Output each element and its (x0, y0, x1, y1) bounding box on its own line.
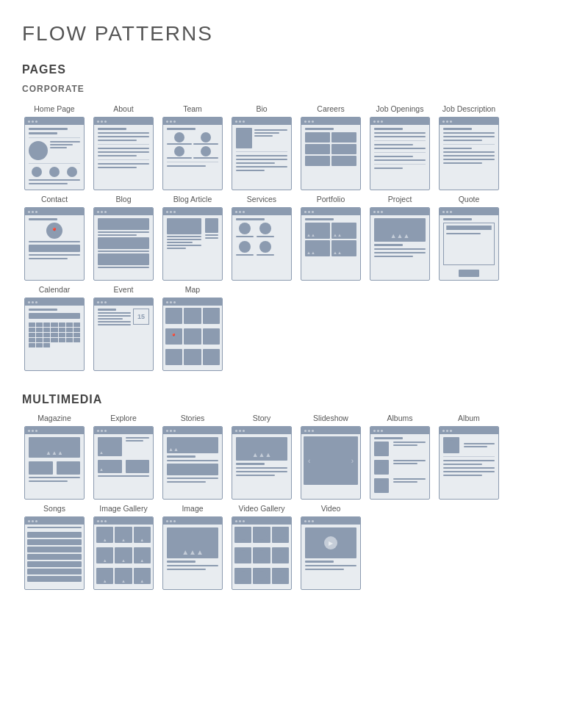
card-explore[interactable]: Explore ▲ ▲ (91, 414, 156, 500)
pages-section: PAGES CORPORATE Home Page (22, 63, 566, 371)
card-blog[interactable]: Blog (91, 195, 156, 281)
card-careers[interactable]: Careers (298, 104, 363, 190)
card-image-gallery[interactable]: Image Gallery ▲ ▲ ▲ ▲ ▲ ▲ ▲ ▲ ▲ (91, 504, 156, 590)
card-map[interactable]: Map 📍 (160, 285, 225, 371)
card-job-description[interactable]: Job Description (437, 104, 501, 190)
page-title: FLOW PATTERNS (22, 22, 566, 46)
corporate-grid: Home Page (22, 104, 566, 371)
card-story[interactable]: Story ▲▲▲ (229, 414, 294, 500)
card-blog-article[interactable]: Blog Article (160, 195, 225, 281)
card-homepage[interactable]: Home Page (22, 104, 87, 190)
card-calendar[interactable]: Calendar (22, 285, 87, 371)
card-project[interactable]: Project ▲▲▲ (368, 195, 432, 281)
card-albums[interactable]: Albums (368, 414, 432, 500)
card-album[interactable]: Album (437, 414, 501, 500)
card-team[interactable]: Team (160, 104, 225, 190)
multimedia-heading: MULTIMEDIA (22, 393, 566, 406)
card-video[interactable]: Video ▶ (298, 504, 363, 590)
card-magazine[interactable]: Magazine ▲▲▲ (22, 414, 87, 500)
card-about[interactable]: About (91, 104, 156, 190)
pages-heading: PAGES (22, 63, 566, 76)
card-services[interactable]: Services (229, 195, 294, 281)
card-event[interactable]: Event 15 (91, 285, 156, 371)
card-quote[interactable]: Quote (437, 195, 501, 281)
card-songs[interactable]: Songs (22, 504, 87, 590)
card-slideshow[interactable]: Slideshow ‹ › (298, 414, 363, 500)
card-job-openings[interactable]: Job Openings (368, 104, 432, 190)
card-stories[interactable]: Stories ▲▲ (160, 414, 225, 500)
multimedia-section: MULTIMEDIA Magazine ▲▲▲ (22, 393, 566, 590)
card-bio[interactable]: Bio (229, 104, 294, 190)
card-image[interactable]: Image ▲▲▲ (160, 504, 225, 590)
corporate-heading: CORPORATE (22, 84, 566, 94)
card-contact[interactable]: Contact 📍 (22, 195, 87, 281)
multimedia-grid: Magazine ▲▲▲ Explore (22, 414, 566, 590)
card-portfolio[interactable]: Portfolio ▲▲ ▲▲ ▲▲ (298, 195, 363, 281)
card-video-gallery[interactable]: Video Gallery (229, 504, 294, 590)
